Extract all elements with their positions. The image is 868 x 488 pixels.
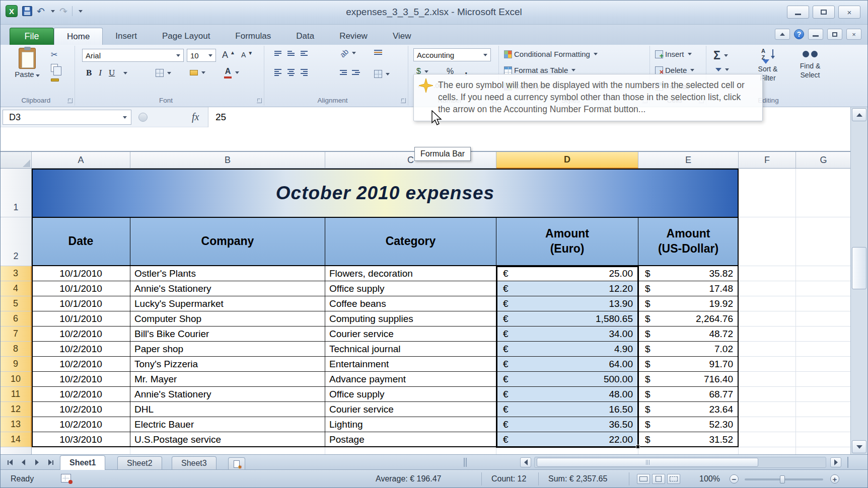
cell-g[interactable] (796, 357, 851, 372)
tab-formulas[interactable]: Formulas (223, 28, 283, 45)
cell-date[interactable]: 10/3/2010 (32, 432, 130, 447)
cell-usd[interactable]: $35.82 (638, 266, 739, 281)
grow-font-button[interactable]: A▲ (222, 50, 235, 60)
cell-euro[interactable]: €22.00 (496, 432, 638, 447)
worksheet-title-cell[interactable]: October 2010 expenses (32, 169, 739, 217)
cell-usd[interactable]: $2,264.76 (638, 311, 739, 327)
select-all-corner[interactable] (1, 152, 32, 169)
number-format-combo[interactable]: Accounting (413, 48, 491, 61)
align-left-icon[interactable] (274, 69, 281, 76)
tab-file[interactable]: File (10, 28, 54, 45)
column-header-d-selected[interactable]: D (496, 152, 638, 169)
row-header-15[interactable] (1, 447, 32, 455)
underline-caret-icon[interactable] (123, 72, 127, 74)
row-header[interactable]: 14 (1, 432, 32, 447)
borders-button[interactable] (156, 69, 171, 77)
close-button[interactable]: × (838, 6, 860, 19)
column-header-g[interactable]: G (796, 152, 851, 169)
workbook-restore-button[interactable] (827, 29, 842, 40)
cell-usd[interactable]: $48.72 (638, 327, 739, 342)
cell[interactable] (796, 447, 851, 455)
cut-icon[interactable]: ✂ (51, 50, 59, 59)
cell-usd[interactable]: $31.52 (638, 432, 739, 447)
last-sheet-button[interactable] (45, 457, 56, 467)
cell[interactable] (638, 447, 739, 455)
cell[interactable] (496, 447, 638, 455)
cell-usd[interactable]: $91.70 (638, 357, 739, 372)
cell-euro[interactable]: €1,580.65 (496, 311, 638, 327)
collapse-ribbon-button[interactable] (775, 29, 790, 40)
cell-category[interactable]: Flowers, decoration (325, 266, 496, 281)
row-header[interactable]: 8 (1, 342, 32, 357)
align-top-icon[interactable] (274, 51, 281, 56)
row-header-2[interactable]: 2 (1, 217, 32, 266)
tab-insert[interactable]: Insert (103, 28, 150, 45)
row-header[interactable]: 5 (1, 296, 32, 311)
fill-button[interactable] (715, 68, 729, 71)
first-sheet-button[interactable] (5, 457, 15, 467)
cell-f1[interactable] (739, 169, 796, 217)
cell-date[interactable]: 10/2/2010 (32, 402, 130, 417)
cell-company[interactable]: Ostler's Plants (130, 266, 325, 281)
row-header[interactable]: 11 (1, 387, 32, 402)
align-bottom-icon[interactable] (301, 51, 308, 56)
cell-g[interactable] (796, 387, 851, 402)
hscroll-right-button[interactable] (830, 457, 841, 467)
cell-g[interactable] (796, 327, 851, 342)
cell-g1[interactable] (796, 169, 851, 217)
cell-f[interactable] (739, 402, 796, 417)
cell[interactable] (32, 447, 130, 455)
cell-euro[interactable]: €13.90 (496, 296, 638, 311)
cell-euro[interactable]: €48.00 (496, 387, 638, 402)
cell-g[interactable] (796, 432, 851, 447)
cell[interactable] (130, 447, 325, 455)
find-select-button[interactable]: Find & Select (790, 49, 830, 79)
cell-f[interactable] (739, 417, 796, 432)
cell-euro[interactable]: €16.50 (496, 402, 638, 417)
increase-indent-icon[interactable] (352, 70, 360, 75)
page-layout-view-button[interactable] (652, 474, 665, 484)
bold-icon[interactable]: B (86, 68, 92, 78)
cell-g[interactable] (796, 417, 851, 432)
horizontal-scrollbar[interactable] (534, 457, 826, 468)
cell-company[interactable]: Lucky's Supermarket (130, 296, 325, 311)
font-name-combo[interactable]: Arial (82, 49, 184, 62)
underline-icon[interactable]: U (109, 68, 115, 78)
tab-review[interactable]: Review (327, 28, 380, 45)
cell-category[interactable]: Postage (325, 432, 496, 447)
cell-g[interactable] (796, 311, 851, 327)
orientation-button[interactable]: ab (340, 49, 356, 57)
cell-euro[interactable]: €500.00 (496, 372, 638, 387)
cell-f[interactable] (739, 296, 796, 311)
maximize-button[interactable] (813, 6, 835, 19)
page-break-view-button[interactable] (667, 474, 680, 484)
fill-color-button[interactable] (190, 70, 205, 75)
tab-home[interactable]: Home (54, 28, 103, 45)
row-header[interactable]: 12 (1, 402, 32, 417)
font-size-combo[interactable]: 10 (187, 49, 216, 62)
cell-date[interactable]: 10/2/2010 (32, 342, 130, 357)
header-company[interactable]: Company (130, 217, 325, 266)
column-header-b[interactable]: B (130, 152, 325, 169)
tab-split-handle[interactable] (464, 458, 468, 467)
scroll-up-button[interactable] (852, 108, 866, 121)
previous-sheet-button[interactable] (18, 457, 29, 467)
cell-g[interactable] (796, 372, 851, 387)
merge-center-button[interactable] (374, 70, 390, 78)
zoom-slider-thumb[interactable] (780, 475, 785, 483)
cell-f[interactable] (739, 281, 796, 296)
cell-date[interactable]: 10/2/2010 (32, 387, 130, 402)
macro-record-icon[interactable] (61, 474, 71, 482)
cell-euro[interactable]: €4.90 (496, 342, 638, 357)
align-center-icon[interactable] (287, 69, 295, 76)
column-header-e[interactable]: E (638, 152, 739, 169)
cell-date[interactable]: 10/2/2010 (32, 327, 130, 342)
cell-category[interactable]: Courier service (325, 327, 496, 342)
cell-f[interactable] (739, 372, 796, 387)
cell-category[interactable]: Computing supplies (325, 311, 496, 327)
cell-date[interactable]: 10/2/2010 (32, 417, 130, 432)
horizontal-scroll-thumb[interactable] (537, 458, 758, 467)
cell-f[interactable] (739, 432, 796, 447)
column-header-f[interactable]: F (739, 152, 796, 169)
cell-euro[interactable]: €34.00 (496, 327, 638, 342)
